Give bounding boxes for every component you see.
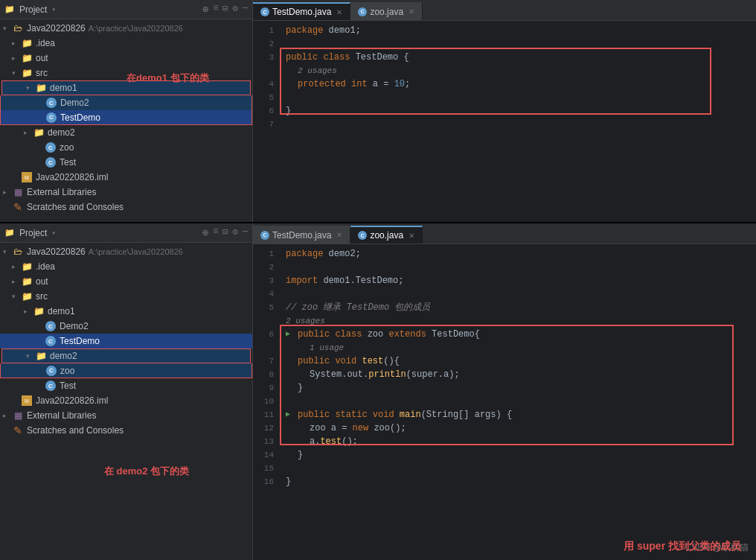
close-sidebar-icon[interactable]: — (243, 3, 248, 16)
bottom-sidebar-arrow[interactable]: ▾ (51, 229, 56, 238)
tree-zoo[interactable]: ▸ C zoo (0, 140, 252, 155)
bottom-sidebar-toolbar: ⊕ ≡ ⊟ ⚙ — (202, 226, 248, 239)
tree-iml[interactable]: ▸ M Java20220826.iml (0, 170, 252, 185)
bottom-sidebar: 📁 Project ▾ ⊕ ≡ ⊟ ⚙ — ▾ 🗁 Java20220826 A… (0, 223, 253, 560)
bottom-idea-label: .idea (36, 261, 55, 272)
tree-TestDemo[interactable]: ▸ C TestDemo (0, 110, 252, 125)
code-line-2 (286, 37, 750, 51)
Test-java-icon: C (45, 156, 57, 168)
idea-folder-icon: 📁 (21, 37, 33, 49)
demo1-label: demo1 (50, 83, 77, 93)
Test-label: Test (60, 157, 76, 168)
top-tree: ▾ 🗁 Java20220826 A:\practice\Java2022082… (0, 19, 252, 222)
bottom-settings-icon[interactable]: ⚙ (233, 226, 238, 239)
bottom-root-label: Java20220826 (27, 246, 86, 257)
bottom-collapse-icon[interactable]: ⊟ (222, 226, 228, 239)
src-folder-icon: 📁 (21, 67, 33, 79)
bottom-src-icon: 📁 (21, 290, 33, 302)
bottom-tree-src[interactable]: ▾ 📁 src (0, 289, 252, 304)
bottom-code-11: ▶ public static void main(String[] args)… (286, 408, 750, 421)
bottom-tab-TestDemo-label: TestDemo.java (272, 230, 331, 241)
tab-zoo-top[interactable]: C zoo.java ✕ (350, 2, 423, 20)
bottom-tree-demo1[interactable]: ▸ 📁 demo1 (0, 304, 252, 319)
bottom-tree-idea[interactable]: ▸ 📁 .idea (0, 259, 252, 274)
tab-zoo-close[interactable]: ✕ (409, 7, 414, 16)
tree-Test[interactable]: ▸ C Test (0, 155, 252, 170)
code-line-5 (286, 91, 750, 104)
tree-root[interactable]: ▾ 🗁 Java20220826 A:\practice\Java2022082… (0, 21, 252, 36)
bottom-tree-root[interactable]: ▾ 🗁 Java20220826 A:\practice\Java2022082… (0, 244, 252, 259)
iml-icon: M (21, 171, 33, 183)
settings-icon[interactable]: ⚙ (233, 3, 238, 16)
bottom-out-label: out (36, 276, 48, 287)
bottom-tab-zoo[interactable]: C zoo.java ✕ (350, 226, 423, 244)
iml-label: Java20220826.iml (36, 172, 108, 182)
bottom-tab-zoo-close[interactable]: ✕ (409, 232, 414, 240)
top-editor-content: 1 2 3 4 5 6 7 package demo1; public clas… (253, 21, 756, 222)
TestDemo-java-icon: C (45, 112, 57, 124)
bottom-tree-extlib[interactable]: ▸ ▦ External Libraries (0, 408, 252, 423)
project-icon: 📁 (4, 4, 15, 14)
bottom-tree-Demo2[interactable]: ▸ C Demo2 (0, 319, 252, 334)
bottom-editor-annotation: 用 super 找到父类的成员 (624, 539, 741, 553)
bottom-close-sidebar-icon[interactable]: — (243, 226, 248, 239)
tree-extlib[interactable]: ▸ ▦ External Libraries (0, 185, 252, 200)
tree-demo2[interactable]: ▸ 📁 demo2 (0, 125, 252, 140)
tree-demo1[interactable]: ▾ 📁 demo1 (1, 80, 251, 95)
bottom-code-2 (286, 261, 750, 274)
code-usage: 2 usages (286, 64, 750, 77)
tab-zoo-label: zoo.java (370, 7, 403, 17)
src-label: src (36, 68, 48, 78)
bottom-tree-TestDemo[interactable]: ▸ C TestDemo (0, 334, 252, 349)
tab-TestDemo-top[interactable]: C TestDemo.java ✕ (253, 2, 350, 20)
tree-src[interactable]: ▾ 📁 src (0, 66, 252, 80)
bottom-code-10 (286, 395, 750, 408)
add-icon[interactable]: ⊕ (202, 3, 208, 16)
bottom-tab-zoo-label: zoo.java (370, 230, 403, 241)
tree-out[interactable]: ▸ 📁 out (0, 51, 252, 66)
scratches-icon: ✎ (12, 201, 24, 213)
bottom-zoo-icon: C (45, 365, 57, 377)
tree-scratches[interactable]: ▸ ✎ Scratches and Consoles (0, 200, 252, 214)
demo2-label: demo2 (48, 127, 75, 138)
bottom-demo2-label: demo2 (50, 351, 77, 361)
bottom-tree-demo2[interactable]: ▾ 📁 demo2 (1, 349, 251, 363)
bottom-list-icon[interactable]: ≡ (213, 226, 218, 239)
bottom-code-4 (286, 287, 750, 301)
collapse-icon[interactable]: ⊟ (222, 3, 228, 16)
tab-TestDemo-java-icon: C (260, 7, 269, 16)
bottom-scratches-label: Scratches and Consoles (27, 425, 124, 436)
bottom-tree-Test[interactable]: ▸ C Test (0, 378, 252, 393)
list-icon[interactable]: ≡ (213, 3, 218, 16)
scratches-label: Scratches and Consoles (27, 202, 124, 212)
extlib-icon: ▦ (12, 186, 24, 198)
bottom-tab-TestDemo[interactable]: C TestDemo.java ✕ (253, 226, 350, 244)
bottom-code-8: System.out.println(super.a); (286, 368, 750, 381)
bottom-scratches-icon: ✎ (12, 424, 24, 436)
tab-TestDemo-close[interactable]: ✕ (336, 8, 342, 16)
sidebar-arrow[interactable]: ▾ (51, 5, 56, 14)
top-code-area: package demo1; public class TestDemo { 2… (280, 21, 756, 222)
bottom-panel: 📁 Project ▾ ⊕ ≡ ⊟ ⚙ — ▾ 🗁 Java20220826 A… (0, 223, 756, 560)
demo1-folder-icon: 📁 (35, 82, 47, 94)
tab-TestDemo-label: TestDemo.java (272, 7, 331, 17)
bottom-tree-scratches[interactable]: ▸ ✎ Scratches and Consoles (0, 423, 252, 438)
bottom-code-15 (286, 462, 750, 475)
idea-label: .idea (36, 38, 55, 48)
top-sidebar-header: 📁 Project ▾ ⊕ ≡ ⊟ ⚙ — (0, 0, 252, 19)
bottom-tree: ▾ 🗁 Java20220826 A:\practice\Java2022082… (0, 243, 252, 560)
bottom-iml-label: Java20220826.iml (36, 395, 108, 406)
bottom-code-14: } (286, 448, 750, 462)
bottom-tree-iml[interactable]: ▸ M Java20220826.iml (0, 393, 252, 408)
bottom-add-icon[interactable]: ⊕ (202, 226, 208, 239)
bottom-Demo2-icon: C (45, 320, 57, 332)
tree-Demo2[interactable]: ▸ C Demo2 (0, 95, 252, 110)
bottom-code-12: zoo a = new zoo(); (286, 421, 750, 435)
bottom-tree-out[interactable]: ▸ 📁 out (0, 274, 252, 289)
bottom-tree-zoo[interactable]: ▸ C zoo (0, 363, 252, 378)
bottom-tab-TestDemo-close[interactable]: ✕ (336, 231, 342, 239)
zoo-label: zoo (60, 142, 74, 153)
out-folder-icon: 📁 (21, 52, 33, 64)
bottom-code-usage2: 1 usage (286, 341, 750, 354)
tree-idea[interactable]: ▸ 📁 .idea (0, 36, 252, 51)
